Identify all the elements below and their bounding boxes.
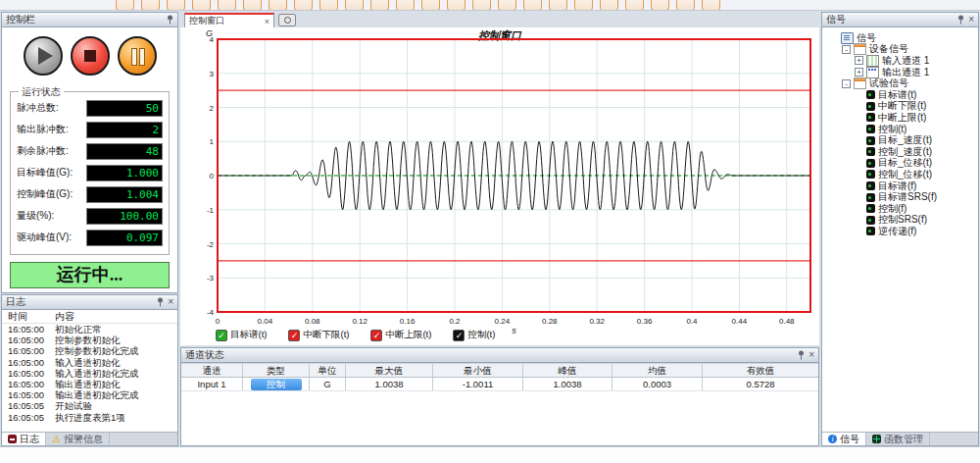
toolbar-icon[interactable] — [421, 0, 440, 11]
toolbar-icon[interactable] — [269, 0, 287, 11]
pin-icon[interactable] — [957, 15, 964, 25]
channel-table-row[interactable]: Input 1 控制 G 1.0038 -1.0011 1.0038 0.000… — [181, 378, 818, 391]
camera-icon[interactable] — [278, 14, 296, 26]
svg-text:G: G — [206, 28, 213, 38]
tree-expander[interactable]: - — [842, 45, 851, 54]
pin-icon[interactable] — [167, 15, 173, 25]
toolbar-icon[interactable] — [218, 0, 236, 11]
pin-icon[interactable] — [798, 350, 805, 360]
log-tabbar: 日志 报警信息 — [2, 432, 177, 445]
signal-waveform-icon — [866, 170, 875, 179]
bottom-tab[interactable]: 报警信息 — [46, 433, 110, 445]
close-icon[interactable]: × — [968, 15, 974, 25]
chart-plot[interactable]: 00.040.080.120.160.20.240.280.320.360.40… — [180, 27, 819, 345]
log-row: 16:05:05 执行进度表第1项 — [2, 412, 177, 423]
toolbar-icon[interactable] — [549, 0, 567, 11]
input-channel-icon — [866, 55, 879, 67]
status-field-label: 脉冲总数: — [17, 101, 59, 115]
tree-expander[interactable]: + — [855, 56, 863, 65]
bottom-tab-label: 函数管理 — [884, 433, 923, 446]
cell-unit: G — [310, 378, 346, 390]
bottom-tab[interactable]: 信号 — [822, 433, 866, 445]
log-content: 输入通道初始化 — [55, 357, 121, 368]
signal-waveform-icon — [866, 113, 875, 122]
tab-label: 控制窗口 — [189, 15, 261, 27]
run-status-fields: 脉冲总数: 50 输出脉冲数: 2 剩余脉冲数: 48 目标峰值(G): 1.0… — [17, 100, 163, 245]
svg-text:0.16: 0.16 — [400, 317, 416, 326]
svg-text:0.36: 0.36 — [637, 317, 653, 326]
bottom-tab[interactable]: 日志 — [2, 433, 46, 445]
col-max: 最大值 — [346, 364, 433, 377]
close-icon[interactable]: × — [265, 17, 270, 26]
toolbar-icon[interactable] — [396, 0, 415, 11]
tree-indent — [826, 106, 852, 107]
info-icon — [828, 435, 837, 443]
signal-waveform-icon — [866, 125, 875, 133]
toolbar-icon[interactable] — [167, 0, 185, 11]
signal-waveform-icon — [866, 193, 875, 202]
status-field-row: 控制峰值(G): 1.004 — [17, 186, 163, 202]
svg-text:-2: -2 — [207, 240, 215, 249]
toolbar-icon[interactable] — [294, 0, 313, 11]
toolbar-icon[interactable] — [447, 0, 466, 11]
cell-mean: 0.0003 — [612, 378, 703, 390]
svg-text:0: 0 — [210, 172, 215, 180]
toolbar-icon[interactable] — [651, 0, 669, 11]
toolbar-icon[interactable] — [192, 0, 211, 11]
legend-checkbox[interactable] — [216, 330, 227, 341]
tree-item-label: 逆传递(f) — [878, 225, 916, 238]
legend-label: 控制(t) — [467, 329, 495, 341]
col-type: 类型 — [243, 364, 310, 377]
signal-waveform-icon — [866, 181, 875, 190]
bottom-tab[interactable]: 函数管理 — [866, 433, 930, 445]
toolbar-icon[interactable] — [116, 0, 134, 11]
toolbar-icon[interactable] — [523, 0, 542, 11]
type-chip: 控制 — [251, 379, 302, 390]
control-panel: 控制栏 运行状态 脉冲总数: 50 输出脉冲数: 2 剩余脉冲数: — [1, 12, 178, 293]
toolbar-icon[interactable] — [702, 0, 720, 11]
toolbar-icon[interactable] — [574, 0, 593, 11]
log-content: 控制参数初始化完成 — [55, 345, 139, 356]
legend-checkbox[interactable] — [453, 330, 465, 341]
toolbar-icon[interactable] — [600, 0, 618, 11]
toolbar-icon[interactable] — [141, 0, 160, 11]
close-icon[interactable]: × — [168, 297, 173, 307]
cell-peak: 1.0038 — [523, 378, 612, 390]
stop-button[interactable] — [71, 36, 110, 76]
svg-text:-1: -1 — [207, 206, 215, 215]
log-content: 执行进度表第1项 — [55, 412, 125, 423]
pin-icon[interactable] — [157, 297, 164, 307]
status-field-label: 控制峰值(G): — [17, 187, 73, 201]
tree-expander[interactable]: - — [842, 79, 851, 88]
cell-rms: 0.5728 — [703, 378, 818, 390]
tab-control-window[interactable]: 控制窗口 × — [184, 13, 274, 27]
signal-panel-title: 信号 — [826, 13, 954, 26]
chart-legend: 目标谱(t) 中断下限(t) 中断上限(t) 控制(t) — [216, 329, 495, 341]
legend-item: 目标谱(t) — [216, 329, 267, 341]
toolbar-icon[interactable] — [319, 0, 338, 11]
tree-expander[interactable]: + — [855, 68, 863, 77]
legend-checkbox[interactable] — [370, 330, 382, 341]
tree-item[interactable]: 逆传递(f) — [826, 226, 978, 237]
log-column-headers: 时间 内容 — [2, 310, 177, 324]
close-icon[interactable]: × — [808, 350, 814, 360]
toolbar-icon[interactable] — [472, 0, 491, 11]
status-field-label: 目标峰值(G): — [17, 166, 73, 180]
status-field-value: 1.000 — [86, 165, 163, 181]
toolbar-icon[interactable] — [498, 0, 516, 11]
toolbar-icon[interactable] — [625, 0, 644, 11]
toolbar-icon[interactable] — [345, 0, 364, 11]
svg-text:0.04: 0.04 — [258, 317, 273, 326]
pause-button[interactable] — [118, 36, 157, 76]
log-content: 开始试验 — [55, 400, 92, 411]
bottom-tab-label: 报警信息 — [64, 433, 103, 446]
play-button[interactable] — [24, 36, 63, 76]
toolbar-icon[interactable] — [676, 0, 695, 11]
control-panel-header: 控制栏 — [2, 13, 177, 27]
tree-indent — [826, 49, 839, 50]
svg-text:0.2: 0.2 — [449, 317, 461, 326]
toolbar-icon[interactable] — [243, 0, 262, 11]
toolbar-icon[interactable] — [370, 0, 389, 11]
legend-checkbox[interactable] — [288, 330, 300, 341]
log-time: 16:05:00 — [8, 368, 55, 379]
